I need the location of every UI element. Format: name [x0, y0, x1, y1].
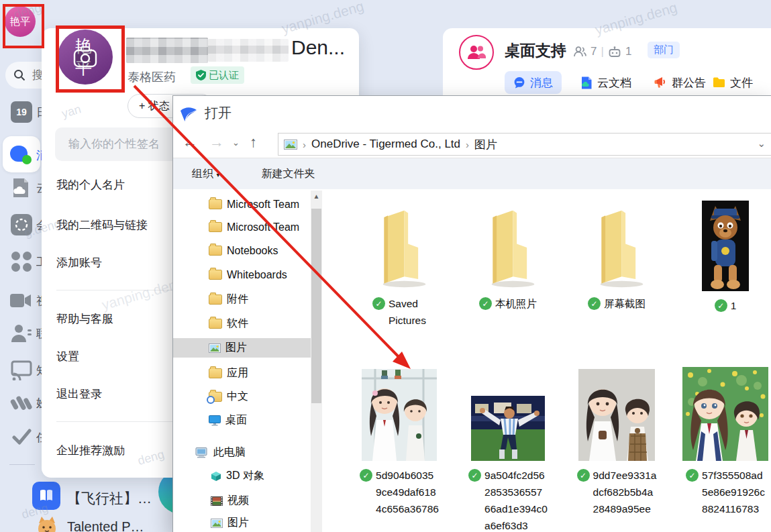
pinned-chat-label-2[interactable]: Talented P… [67, 519, 144, 532]
menu-item-my-card[interactable]: 我的个人名片 [56, 177, 125, 193]
sync-ok-icon [468, 469, 481, 482]
thumbnail-girls-grey [578, 369, 655, 461]
sidebar-item-meeting[interactable]: 会议 [0, 214, 42, 235]
shield-check-icon [196, 70, 206, 81]
tree-item[interactable]: 3D 对象 [173, 466, 311, 486]
menu-item-logout[interactable]: 退出登录 [56, 386, 102, 402]
file-item-local-photos[interactable]: 本机照片 [458, 205, 558, 312]
cloud-doc-tab-icon [580, 76, 593, 89]
computer-icon [195, 447, 209, 458]
search-icon [13, 69, 25, 81]
check-icon [11, 428, 32, 447]
videos-icon [211, 496, 223, 506]
chat-bubble-icon [513, 76, 525, 89]
cast-screen-icon [11, 360, 32, 380]
sidebar-item-wiki[interactable]: 知识库 [0, 360, 42, 381]
breadcrumb-current[interactable]: 图片 [474, 137, 497, 152]
people-icon [467, 44, 486, 60]
file-item-photo[interactable]: 9a504fc2d56285353655766ad1e394c0a6ef63d3 [458, 369, 558, 532]
sidebar-item-minutes[interactable]: 妙记 [0, 392, 42, 413]
sidebar-item-messages[interactable]: 消息 [0, 143, 42, 167]
profile-name-suffix: Den... [291, 36, 345, 59]
address-dropdown-icon[interactable]: ⌄ [757, 138, 766, 150]
menu-item-add-account[interactable]: 添加账号 [56, 255, 102, 270]
sidebar-item-tasks[interactable]: 任务 [0, 427, 42, 448]
folder-link-icon [209, 392, 222, 402]
folder-large-icon [585, 207, 648, 289]
sidebar-item-workplace[interactable]: 工作台 [0, 251, 42, 272]
group-title: 桌面支持 [505, 40, 566, 61]
redacted-name-block [126, 38, 208, 63]
sync-ok-icon [479, 297, 492, 310]
tab-announcement[interactable]: 群公告 [654, 71, 706, 94]
screen: 艳平 19 日历 消息 云文档 [0, 0, 771, 532]
sync-ok-icon [715, 299, 727, 312]
thumbnail-football-player [471, 396, 545, 461]
sync-ok-icon [360, 469, 372, 482]
app-sidebar: 艳平 19 日历 消息 云文档 [0, 0, 42, 532]
annotation-arrow [132, 83, 427, 391]
breadcrumb-chevron: › [466, 139, 469, 150]
annotation-box-mini-avatar [3, 4, 44, 48]
calendar-icon: 19 [11, 101, 32, 123]
brush-strokes-icon [10, 392, 33, 413]
file-item-photo[interactable]: 9dd7ee9331adcf682b5b4a28489a95ee [566, 369, 667, 517]
member-count: 7 [590, 45, 597, 58]
folder-tab-icon [713, 77, 725, 88]
contacts-icon [11, 323, 32, 343]
file-item-photo[interactable]: 57f355508ad5e86e91926c8824116783 [675, 367, 771, 517]
sidebar-item-contacts[interactable]: 联系人 [0, 323, 42, 344]
sidebar-item-docs[interactable]: 云文档 [0, 177, 42, 199]
tree-item-this-pc[interactable]: 此电脑 [173, 443, 311, 462]
tab-messages[interactable]: 消息 [505, 71, 562, 94]
rail-divider [9, 464, 35, 465]
pinned-chat-label[interactable]: 【飞行社】… [67, 489, 152, 508]
video-camera-icon [10, 292, 32, 309]
members-icon [574, 46, 586, 57]
redacted-name-block [208, 39, 289, 62]
menu-item-referral[interactable]: 企业推荐激励 [56, 443, 125, 458]
file-item-screenshots[interactable]: 屏幕截图 [566, 205, 667, 312]
menu-item-help[interactable]: 帮助与客服 [56, 311, 113, 327]
sidebar-item-calendar[interactable]: 19 日历 [0, 101, 42, 123]
bot-icon [608, 46, 621, 58]
messenger-icon [10, 144, 33, 166]
group-avatar[interactable] [459, 35, 494, 70]
tab-cloud-docs[interactable]: 云文档 [580, 71, 631, 94]
desktop-icon [209, 415, 221, 426]
workplace-grid-icon [11, 252, 32, 272]
thumbnail-paw-dog [702, 201, 749, 291]
department-badge: 部门 [648, 42, 680, 58]
folder-large-icon [476, 207, 539, 289]
file-item-1[interactable]: 1 [675, 199, 771, 314]
bot-count: 1 [625, 45, 631, 58]
menu-item-settings[interactable]: 设置 [56, 349, 79, 364]
file-item-photo[interactable]: 5d904b60359ce49daf6184c656a36786 [349, 369, 450, 517]
tab-files[interactable]: 文件 [713, 71, 753, 94]
sync-ok-icon [686, 469, 699, 482]
megaphone-icon [654, 76, 667, 89]
tree-item[interactable]: 视频 [173, 491, 311, 511]
3d-objects-icon [211, 471, 221, 482]
meeting-icon [11, 214, 32, 235]
annotation-box-profile-avatar [56, 25, 125, 93]
sync-ok-icon [588, 297, 601, 310]
cloud-doc-icon [11, 178, 30, 199]
tree-item[interactable]: 图片 [173, 513, 311, 532]
tree-item[interactable]: 桌面 [173, 411, 311, 430]
thumbnail-girls-green [682, 367, 768, 461]
verified-badge: 已认证 [191, 66, 244, 84]
group-counts: 7 | 1 [574, 45, 631, 58]
sidebar-item-video[interactable]: 视频 [0, 290, 42, 311]
pictures-icon [211, 519, 223, 528]
sync-ok-icon [577, 469, 590, 482]
group-chat-header-card: 桌面支持 7 | 1 部门 消 [443, 28, 771, 98]
